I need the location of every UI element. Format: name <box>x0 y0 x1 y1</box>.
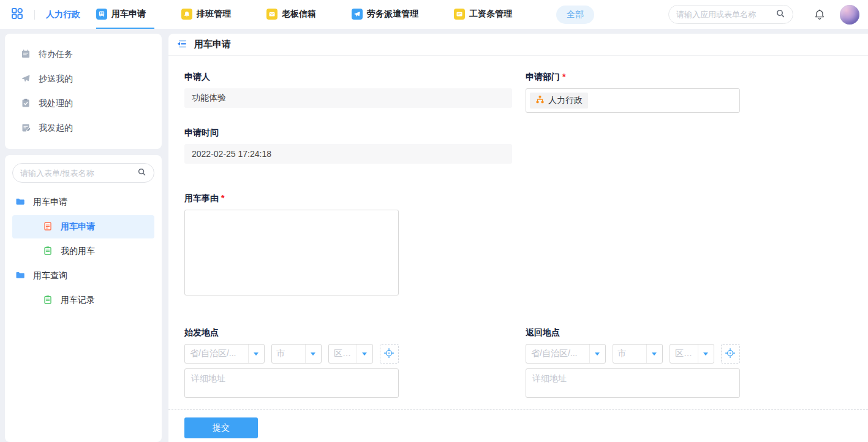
topbar-divider <box>34 10 35 20</box>
bus-icon <box>96 9 107 20</box>
sidebar-search[interactable] <box>12 163 154 183</box>
return-locate-button[interactable] <box>721 344 740 364</box>
folder-icon <box>15 197 25 208</box>
form-icon <box>43 221 53 233</box>
payslip-icon <box>454 9 465 20</box>
form-header: 用车申请 <box>168 34 868 56</box>
origin-province-select[interactable]: 省/自治区/... <box>184 344 265 364</box>
sidebar-search-input[interactable] <box>20 169 137 178</box>
folder-icon <box>15 270 25 282</box>
locate-crosshair-icon <box>725 348 736 360</box>
applicant-input[interactable] <box>184 88 512 108</box>
chevron-down-icon[interactable] <box>248 345 264 363</box>
app-tabs: 用车申请 排班管理 老板信箱 <box>96 0 548 29</box>
tab-vehicle-request[interactable]: 用车申请 <box>96 0 154 29</box>
search-icon[interactable] <box>776 9 785 20</box>
sidebar-item-label: 我发起的 <box>39 123 73 134</box>
origin-address-input[interactable] <box>184 368 399 398</box>
tree-item-label: 用车申请 <box>61 221 95 232</box>
sidebar-item-todo-tasks[interactable]: 待办任务 <box>5 42 162 67</box>
apply-time-input[interactable] <box>184 144 512 164</box>
sidebar-item-initiated-by-me[interactable]: 我发起的 <box>5 116 162 140</box>
sidebar-item-cc-to-me[interactable]: 抄送我的 <box>5 67 162 91</box>
field-return-location: 返回地点 省/自治区/... 市 区/县 <box>526 327 740 398</box>
field-applicant: 申请人 <box>184 72 512 113</box>
origin-district-select[interactable]: 区/县 <box>328 344 373 364</box>
workspace-name[interactable]: 人力行政 <box>46 9 80 20</box>
chevron-down-icon[interactable] <box>646 345 662 363</box>
app-launcher-button[interactable] <box>11 7 23 21</box>
tree-folder-vehicle-request[interactable]: 用车申请 <box>5 190 162 215</box>
chevron-down-icon[interactable] <box>698 345 714 363</box>
return-region-row: 省/自治区/... 市 区/县 <box>526 344 740 364</box>
org-chart-icon <box>535 95 545 106</box>
user-avatar[interactable] <box>840 5 859 25</box>
topbar-search[interactable] <box>668 5 793 24</box>
field-label: 申请人 <box>184 72 512 83</box>
send-icon <box>352 9 363 20</box>
tree-item-label: 我的用车 <box>61 246 95 257</box>
required-asterisk: * <box>562 72 565 82</box>
tab-label: 工资条管理 <box>469 9 512 20</box>
note-edit-icon <box>21 123 31 134</box>
return-city-select[interactable]: 市 <box>613 344 663 364</box>
send-icon <box>21 74 31 85</box>
calendar-icon <box>21 49 31 61</box>
field-label: 始发地点 <box>184 327 512 338</box>
locate-crosshair-icon <box>383 348 394 360</box>
vehicle-request-form: 申请人 申请部门* <box>168 56 868 398</box>
tab-labor-dispatch[interactable]: 劳务派遣管理 <box>352 0 427 29</box>
field-department: 申请部门* 人力行政 <box>526 72 740 113</box>
required-asterisk: * <box>221 193 224 203</box>
chevron-down-icon[interactable] <box>589 345 605 363</box>
submit-button[interactable]: 提交 <box>184 417 258 438</box>
field-label: 申请时间 <box>184 128 512 139</box>
tab-boss-mailbox[interactable]: 老板信箱 <box>266 0 325 29</box>
form-tree-card: 用车申请 用车申请 <box>5 155 162 442</box>
notification-bell-icon[interactable] <box>813 9 826 21</box>
sidebar-item-label: 待办任务 <box>39 49 73 60</box>
field-label: 返回地点 <box>526 327 740 338</box>
tree-item-vehicle-request-form[interactable]: 用车申请 <box>12 215 154 238</box>
tree-folder-label: 用车申请 <box>33 197 67 208</box>
field-label: 申请部门* <box>526 72 740 83</box>
chevron-down-icon[interactable] <box>305 345 321 363</box>
tree-folder-label: 用车查询 <box>33 270 67 281</box>
field-apply-time: 申请时间 <box>184 128 512 164</box>
search-icon[interactable] <box>137 167 146 178</box>
return-province-select[interactable]: 省/自治区/... <box>526 344 606 364</box>
main-content: 用车申请 申请人 申请部门* <box>168 34 868 442</box>
return-address-input[interactable] <box>526 368 740 398</box>
bell-icon <box>181 9 192 20</box>
tree-item-my-vehicle[interactable]: 我的用车 <box>5 239 162 264</box>
collapse-sidebar-icon[interactable] <box>177 39 188 50</box>
page-layout: 待办任务 抄送我的 我处理的 <box>0 29 868 442</box>
tab-label: 劳务派遣管理 <box>367 9 418 20</box>
reason-textarea[interactable] <box>184 210 399 295</box>
sidebar-item-handled-by-me[interactable]: 我处理的 <box>5 91 162 116</box>
return-district-select[interactable]: 区/县 <box>670 344 714 364</box>
origin-region-row: 省/自治区/... 市 区/县 <box>184 344 399 364</box>
tab-payslip-management[interactable]: 工资条管理 <box>454 0 521 29</box>
department-picker[interactable]: 人力行政 <box>526 88 740 113</box>
field-origin-location: 始发地点 省/自治区/... 市 区/县 <box>184 327 512 398</box>
tree-folder-vehicle-query[interactable]: 用车查询 <box>5 264 162 288</box>
sidebar-item-label: 我处理的 <box>39 98 73 109</box>
topbar: 人力行政 用车申请 排班管理 <box>0 0 868 29</box>
sidebar-item-label: 抄送我的 <box>39 74 73 85</box>
origin-locate-button[interactable] <box>380 344 399 364</box>
tab-shift-management[interactable]: 排班管理 <box>181 0 240 29</box>
report-icon <box>43 246 53 257</box>
tree-item-vehicle-records[interactable]: 用车记录 <box>5 288 162 313</box>
tab-label: 老板信箱 <box>282 9 316 20</box>
origin-city-select[interactable]: 市 <box>271 344 322 364</box>
report-icon <box>43 295 53 307</box>
department-tag[interactable]: 人力行政 <box>530 93 588 109</box>
chevron-down-icon[interactable] <box>357 345 372 363</box>
all-apps-pill[interactable]: 全部 <box>556 6 594 24</box>
tab-label: 排班管理 <box>197 9 231 20</box>
page-title: 用车申请 <box>194 39 231 50</box>
field-label: 用车事由* <box>184 193 512 204</box>
topbar-search-input[interactable] <box>676 10 776 19</box>
apps-grid-icon <box>11 7 23 21</box>
